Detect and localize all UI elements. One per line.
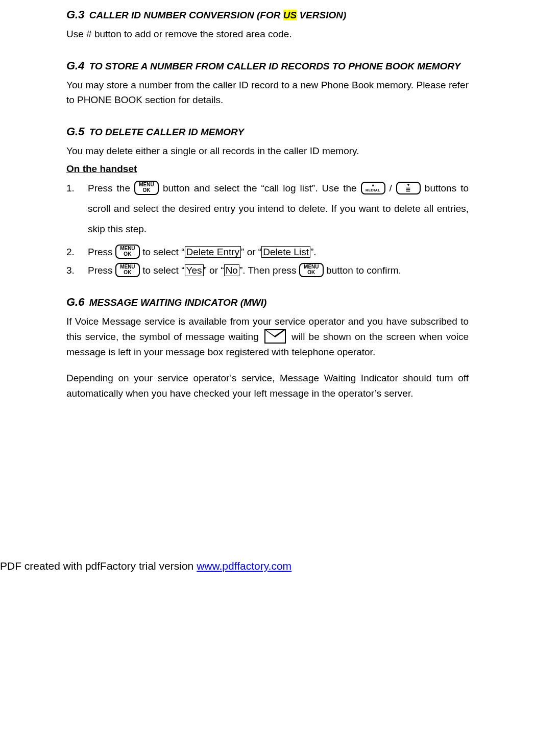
heading-number: G.6 [66, 296, 84, 308]
body-g3: Use # button to add or remove the stored… [66, 27, 469, 41]
paragraph-g6-1: If Voice Message service is available fr… [66, 314, 469, 359]
heading-g5: G.5 TO DELETE CALLER ID MEMORY [66, 123, 469, 140]
down-button-icon: ▼☰ [396, 182, 421, 195]
option-yes: Yes [185, 264, 204, 276]
menu-ok-button-icon: MENUOK [115, 245, 140, 259]
heading-title: CALLER ID NUMBER CONVERSION (FOR US VERS… [86, 10, 346, 20]
option-delete-entry: Delete Entry [185, 246, 241, 258]
menu-ok-button-icon: MENUOK [299, 263, 324, 277]
menu-ok-button-icon: MENUOK [115, 263, 140, 277]
footer-text: PDF created with pdfFactory trial versio… [0, 560, 197, 572]
step-3: Press MENUOK to select “Yes” or “No”. Th… [66, 263, 469, 278]
step-1: Press the MENUOK button and select the “… [66, 178, 469, 239]
heading-g3: G.3 CALLER ID NUMBER CONVERSION (FOR US … [66, 6, 469, 23]
paragraph-g6-2: Depending on your service operator’s ser… [66, 371, 469, 401]
steps-list: Press the MENUOK button and select the “… [66, 178, 469, 278]
heading-g6: G.6 MESSAGE WAITING INDICATOR (MWI) [66, 294, 469, 311]
section-g5: G.5 TO DELETE CALLER ID MEMORY You may d… [66, 123, 469, 279]
section-g6: G.6 MESSAGE WAITING INDICATOR (MWI) If V… [66, 294, 469, 401]
menu-ok-button-icon: MENUOK [134, 181, 159, 195]
footer-link[interactable]: www.pdffactory.com [197, 560, 291, 572]
up-redial-button-icon: ▲REDIAL [361, 182, 385, 195]
section-g3: G.3 CALLER ID NUMBER CONVERSION (FOR US … [66, 6, 469, 42]
intro-g5: You may delete either a single or all re… [66, 143, 469, 158]
subheading-handset: On the handset [66, 161, 469, 176]
heading-number: G.3 [66, 8, 84, 21]
heading-g4: G.4 TO STORE A NUMBER FROM CALLER ID REC… [66, 57, 469, 75]
heading-title: TO STORE A NUMBER FROM CALLER ID RECORDS… [86, 61, 460, 71]
option-no: No [224, 264, 239, 276]
section-g4: G.4 TO STORE A NUMBER FROM CALLER ID REC… [66, 57, 469, 108]
pdf-footer: PDF created with pdfFactory trial versio… [0, 554, 535, 581]
heading-title: TO DELETE CALLER ID MEMORY [86, 127, 244, 137]
envelope-icon [264, 329, 286, 344]
option-delete-list: Delete List [261, 246, 310, 258]
body-g4: You may store a number from the caller I… [66, 78, 469, 108]
heading-number: G.4 [66, 59, 84, 72]
heading-number: G.5 [66, 125, 84, 138]
step-2: Press MENUOK to select “Delete Entry” or… [66, 245, 469, 260]
heading-title: MESSAGE WAITING INDICATOR (MWI) [86, 297, 266, 308]
highlight-us: US [283, 10, 297, 20]
